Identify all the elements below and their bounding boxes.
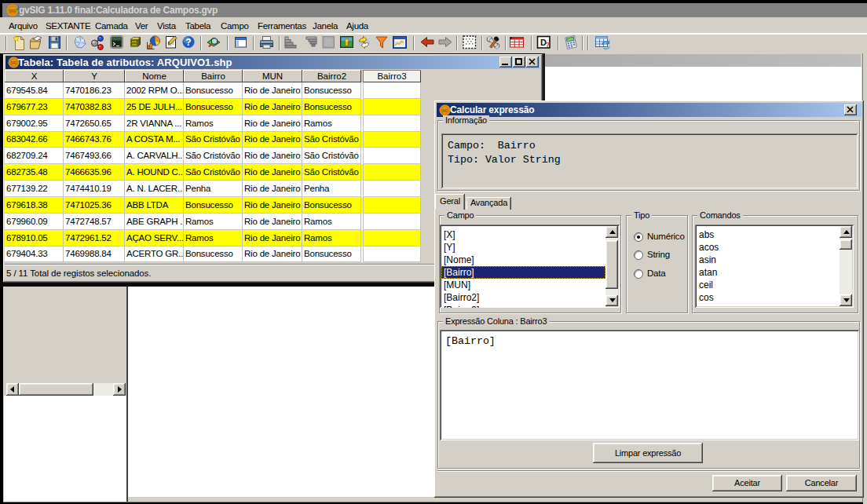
svg-text:SIG: SIG: [442, 109, 448, 113]
svg-text:?: ?: [546, 41, 551, 49]
svg-text:SIG: SIG: [11, 61, 17, 65]
svg-text:?: ?: [185, 37, 191, 48]
svg-text:SIG: SIG: [9, 9, 16, 13]
